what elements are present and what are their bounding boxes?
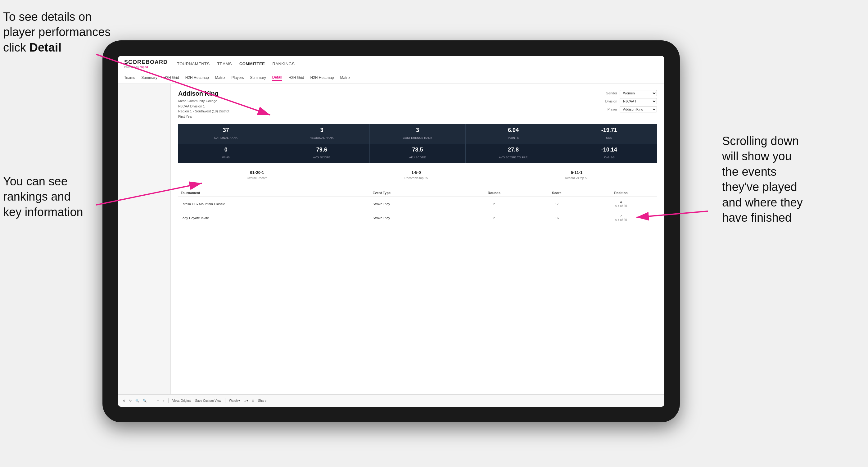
ann-bl-line1: You can see <box>3 175 68 188</box>
annotation-bottomleft: You can see rankings and key information <box>3 174 83 220</box>
position-value-1: 4 <box>620 200 622 204</box>
subnav-h2hgrid[interactable]: H2H Grid <box>164 75 179 81</box>
gender-label: Gender <box>600 91 617 95</box>
ann-tl-line3-prefix: click <box>3 41 29 54</box>
toolbar-watch[interactable]: Watch ▾ <box>229 399 240 402</box>
nav-teams[interactable]: TEAMS <box>217 61 232 66</box>
avg-score-label: Avg Score <box>313 156 331 159</box>
ann-r-line4: they've played <box>722 180 797 193</box>
stats-grid-row2: 0 Wins 79.6 Avg Score 78.5 Adj Score 27.… <box>178 143 657 163</box>
toolbar-zoom-in[interactable]: 🔍 <box>143 399 147 402</box>
ann-r-line5: and where they <box>722 196 803 209</box>
tournament-name-1: Estella CC- Mountain Classic <box>178 197 370 211</box>
score-2: 16 <box>529 211 585 225</box>
table-row: Lady Coyote Invite Stroke Play 2 16 7 ou… <box>178 211 657 225</box>
position-2: 7 out of 20 <box>585 211 657 225</box>
points-value: 6.04 <box>468 127 559 133</box>
score-1: 17 <box>529 197 585 211</box>
toolbar-plus[interactable]: + <box>157 399 159 402</box>
toolbar-zoom-out[interactable]: 🔍 <box>135 399 139 402</box>
player-region: Region 1 - Southwest (18) District <box>178 109 229 114</box>
col-position: Position <box>585 189 657 197</box>
ann-tl-line2: player performances <box>3 26 111 38</box>
toolbar-redo[interactable]: ↻ <box>129 399 132 402</box>
adj-score-label: Adj Score <box>409 156 426 159</box>
player-filters: Gender Women Division NJCAA I <box>600 90 657 119</box>
nav-rankings[interactable]: RANKINGS <box>272 61 294 66</box>
position-value-2: 7 <box>620 214 622 218</box>
player-select[interactable]: Addison King <box>620 106 657 113</box>
toolbar-grid[interactable]: ⊞ <box>252 399 254 402</box>
main-nav-items: TOURNAMENTS TEAMS COMMITTEE RANKINGS <box>177 61 294 66</box>
ann-r-line6: have finished <box>722 211 792 224</box>
logo-scoreboard: SCOREBOARD <box>124 59 168 65</box>
record-top25: 1-5-0 Record vs top 25 <box>404 170 428 180</box>
top-nav: SCOREBOARD Powered by clippd TOURNAMENTS… <box>118 56 664 72</box>
rounds-1: 2 <box>460 197 528 211</box>
subnav-summary[interactable]: Summary <box>141 75 157 81</box>
tournament-name-2: Lady Coyote Invite <box>178 211 370 225</box>
stat-conference-rank: 3 Conference Rank <box>370 124 466 143</box>
record-top50-label: Record vs top 50 <box>565 176 589 180</box>
player-name: Addison King <box>178 90 229 97</box>
regional-rank-label: Regional Rank <box>310 136 334 139</box>
national-rank-label: National Rank <box>214 136 238 139</box>
logo-powered-text: Powered by clippd <box>124 65 168 69</box>
stat-adj-score: 78.5 Adj Score <box>370 143 466 163</box>
sub-nav: Teams Summary H2H Grid H2H Heatmap Matri… <box>118 72 664 84</box>
table-row: Estella CC- Mountain Classic Stroke Play… <box>178 197 657 211</box>
ann-r-line2: will show you <box>722 150 792 163</box>
toolbar-undo[interactable]: ↺ <box>123 399 125 402</box>
main-content: Addison King Mesa Community College NJCA… <box>118 84 664 394</box>
subnav-detail[interactable]: Detail <box>272 75 282 81</box>
toolbar-view-original[interactable]: View: Original <box>172 399 191 402</box>
national-rank-value: 37 <box>181 127 271 133</box>
position-note-2: out of 20 <box>615 218 627 222</box>
toolbar-save-custom[interactable]: Save Custom View <box>195 399 221 402</box>
toolbar-sep-1 <box>168 398 168 403</box>
avg-score-par-label: Avg Score to Par <box>499 156 528 159</box>
ann-bl-line2: rankings and <box>3 190 71 203</box>
ann-r-line3: the events <box>722 165 776 178</box>
col-score: Score <box>529 189 585 197</box>
powered-by-label: Powered by <box>124 65 140 69</box>
toolbar-reset[interactable]: ○ <box>163 399 164 402</box>
subnav-h2hgrid2[interactable]: H2H Grid <box>288 75 304 81</box>
ann-tl-line1: To see details on <box>3 10 92 23</box>
subnav-summary2[interactable]: Summary <box>250 75 266 81</box>
player-label: Player <box>600 107 617 111</box>
record-overall: 91-20-1 Overall Record <box>247 170 268 180</box>
gender-filter-row: Gender Women <box>600 90 657 96</box>
stat-national-rank: 37 National Rank <box>178 124 274 143</box>
toolbar-layout[interactable]: □ ▾ <box>244 399 248 402</box>
subnav-players[interactable]: Players <box>231 75 244 81</box>
gender-select[interactable]: Women <box>620 90 657 96</box>
rounds-2: 2 <box>460 211 528 225</box>
toolbar-minus[interactable]: — <box>150 399 153 402</box>
toolbar-sep-2 <box>225 398 225 403</box>
division-filter-row: Division NJCAA I <box>600 98 657 104</box>
regional-rank-value: 3 <box>277 127 367 133</box>
nav-committee[interactable]: COMMITTEE <box>239 61 265 66</box>
avg-score-par-value: 27.8 <box>468 147 559 153</box>
sos-label: SoS <box>606 136 612 139</box>
stats-grid-row1: 37 National Rank 3 Regional Rank 3 Confe… <box>178 124 657 143</box>
nav-tournaments[interactable]: TOURNAMENTS <box>177 61 210 66</box>
toolbar-share[interactable]: Share <box>258 399 266 402</box>
bottom-toolbar: ↺ ↻ 🔍 🔍 — + ○ View: Original Save Custom… <box>118 394 664 407</box>
stat-regional-rank: 3 Regional Rank <box>274 124 370 143</box>
player-header: Addison King Mesa Community College NJCA… <box>178 90 657 119</box>
tablet-device: SCOREBOARD Powered by clippd TOURNAMENTS… <box>102 40 680 422</box>
subnav-h2hheatmap[interactable]: H2H Heatmap <box>185 75 209 81</box>
subnav-h2hheatmap2[interactable]: H2H Heatmap <box>310 75 334 81</box>
subnav-teams[interactable]: Teams <box>124 75 135 81</box>
annotation-topleft: To see details on player performances cl… <box>3 9 111 55</box>
adj-score-value: 78.5 <box>372 147 463 153</box>
event-type-1: Stroke Play <box>370 197 460 211</box>
division-select[interactable]: NJCAA I <box>620 98 657 104</box>
subnav-matrix[interactable]: Matrix <box>215 75 225 81</box>
player-school: Mesa Community College <box>178 98 229 104</box>
ann-bl-line3: key information <box>3 206 83 219</box>
subnav-matrix2[interactable]: Matrix <box>340 75 350 81</box>
tournament-table: Tournament Event Type Rounds Score Posit… <box>178 189 657 225</box>
